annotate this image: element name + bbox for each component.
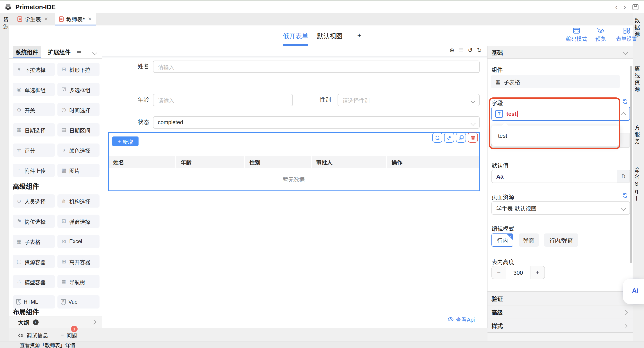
add-row-button[interactable]: + 新增: [112, 137, 138, 146]
palette-item-tree-select[interactable]: ⊟树形下拉: [58, 63, 100, 76]
increment-button[interactable]: +: [530, 266, 544, 279]
palette-item-popup-select[interactable]: ⊡弹窗选择: [58, 215, 100, 228]
palette-item-label: 树形下拉: [69, 66, 90, 73]
page-resource-select[interactable]: 学生表-默认视图: [492, 201, 630, 215]
section-validation[interactable]: 验证: [488, 291, 632, 305]
palette-item-switch[interactable]: ⊙开关: [13, 103, 55, 116]
undo-icon[interactable]: ↺: [468, 47, 472, 54]
tab-lowcode-form[interactable]: 低开表单: [283, 26, 308, 46]
palette-item-radio-group[interactable]: ◉单选框组: [13, 83, 55, 96]
palette-item-vue[interactable]: 5Vue: [58, 295, 100, 308]
subtable-component-selected[interactable]: + 新增 姓名 年龄 性别 审批人 操作 暂无数据: [108, 132, 480, 191]
default-addon[interactable]: D: [617, 170, 630, 183]
strip-item-named-sql[interactable]: 命名Sql: [632, 167, 644, 203]
refresh-icon[interactable]: [622, 193, 628, 198]
palette-item-checkbox-group[interactable]: ☑多选框组: [58, 83, 100, 96]
form-settings-label: 表单设置: [616, 35, 637, 42]
strip-item-offline-resource[interactable]: 离线资源: [632, 66, 644, 93]
link-button[interactable]: [444, 133, 454, 143]
age-input[interactable]: 请输入: [153, 94, 293, 106]
copy-button[interactable]: [456, 133, 466, 143]
component-action-bar: [432, 133, 478, 143]
decrement-button[interactable]: −: [492, 266, 506, 279]
palette-item-label: Excel: [69, 238, 82, 244]
palette-item-image[interactable]: ▨图片: [58, 164, 100, 177]
tab-default-view[interactable]: 默认视图: [317, 26, 342, 46]
inspector-header-basic[interactable]: 基础: [488, 46, 632, 59]
sub-table-icon: ▦: [496, 78, 501, 85]
debug-info-button[interactable]: 调试信息: [18, 331, 48, 339]
status-bar: 查看资源「教师表」详情: [0, 341, 644, 348]
doc-tab-student-table[interactable]: 学生表 ✕: [13, 13, 52, 26]
column-header: 性别: [245, 156, 312, 168]
redo-icon[interactable]: ↻: [477, 47, 482, 54]
palette-item-date-picker[interactable]: ▦日期选择: [13, 123, 55, 137]
ai-assistant-button[interactable]: Ai: [624, 279, 644, 301]
nav-forward-icon[interactable]: ›: [624, 4, 626, 11]
outline-list-icon[interactable]: ≣: [459, 47, 464, 54]
resource-strip-label[interactable]: 资源: [1, 17, 10, 30]
globe-icon[interactable]: ⊕: [450, 47, 454, 54]
column-header: 操作: [387, 156, 479, 168]
palette-item-label: 导航树: [69, 278, 85, 285]
preview-label: 预览: [595, 35, 606, 42]
status-select[interactable]: completed: [153, 116, 480, 129]
palette-item-time-picker[interactable]: ◷时间选择: [58, 103, 100, 116]
subtable-header-row: 姓名 年龄 性别 审批人 操作: [109, 156, 479, 168]
section-style[interactable]: 样式: [488, 318, 632, 333]
strip-divider: [632, 59, 644, 59]
plus-icon: +: [118, 138, 121, 144]
palette-item-html[interactable]: 5HTML: [13, 295, 55, 308]
dropdown-option-test[interactable]: test: [492, 129, 620, 142]
palette-item-sub-table[interactable]: ▦子表格: [13, 235, 55, 248]
palette-item-post-select[interactable]: ⚑岗位选择: [13, 215, 55, 228]
palette-item-resource-container[interactable]: ▢资源容器: [13, 255, 55, 268]
scrollbar-thumb[interactable]: [630, 66, 632, 263]
palette-item-nav-tree[interactable]: ≣导航树: [58, 275, 100, 288]
add-view-button[interactable]: +: [357, 26, 362, 46]
table-height-value[interactable]: 300: [506, 266, 530, 279]
doc-tab-teacher-table[interactable]: 教师表* ✕: [55, 13, 96, 26]
tab-system-components[interactable]: 系统组件: [13, 46, 41, 58]
field-select-input[interactable]: T test: [492, 107, 630, 121]
strip-item-third-party-service[interactable]: 三方服务: [632, 118, 644, 145]
outline-panel-header[interactable]: 大纲 i: [9, 316, 102, 328]
gender-select[interactable]: 请选择性别: [338, 94, 480, 106]
palette-menu-icon[interactable]: ≔: [77, 49, 82, 55]
palette-item-rate[interactable]: ☆评分: [13, 144, 55, 157]
view-api-link[interactable]: 查看Api: [448, 315, 475, 323]
palette-item-highcode-container[interactable]: ⊞高开容器: [58, 255, 100, 268]
palette-item-dropdown-select[interactable]: ▾下拉选择: [13, 63, 55, 76]
section-advanced[interactable]: 高级: [488, 305, 632, 319]
refresh-icon[interactable]: [622, 99, 628, 104]
close-icon[interactable]: ✕: [44, 16, 48, 22]
document-tabs-bar: 学生表 ✕ 教师表* ✕: [9, 13, 632, 26]
default-value-label: 默认值: [492, 161, 508, 169]
add-row-label: 新增: [122, 138, 133, 145]
edit-mode-inline[interactable]: 行内 ✓: [492, 233, 513, 247]
delete-button[interactable]: [468, 133, 478, 143]
chevron-right-icon: [623, 324, 628, 329]
nav-back-icon[interactable]: ‹: [615, 4, 618, 11]
palette-item-label: 日期选择: [24, 126, 46, 134]
name-input[interactable]: 请输入: [153, 61, 480, 73]
palette-item-date-range[interactable]: ▤日期区间: [58, 123, 100, 137]
view-api-label: 查看Api: [456, 315, 475, 323]
excel-icon: ⊠: [61, 238, 67, 244]
tab-extension-components[interactable]: 扩展组件: [45, 46, 73, 58]
chevron-down-icon[interactable]: [92, 50, 97, 55]
default-value-input[interactable]: Aa D: [492, 170, 630, 183]
palette-item-user-select[interactable]: ☺人员选择: [13, 194, 55, 208]
mode-label: 行内/弹窗: [550, 236, 573, 244]
form-settings-button[interactable]: 表单设置: [611, 28, 642, 42]
palette-item-excel[interactable]: ⊠Excel: [58, 235, 100, 248]
palette-item-color-picker[interactable]: ◑颜色选择: [58, 144, 100, 157]
palette-item-org-select[interactable]: ⋔机构选择: [58, 194, 100, 208]
sync-button[interactable]: [432, 133, 442, 143]
edit-mode-popup[interactable]: 弹窗: [518, 233, 539, 247]
save-icon[interactable]: [632, 4, 639, 10]
palette-item-file-upload[interactable]: ↑附件上传: [13, 164, 55, 177]
close-icon[interactable]: ✕: [88, 16, 92, 22]
palette-item-model-container[interactable]: ∴模型容器: [13, 275, 55, 288]
edit-mode-inline-popup[interactable]: 行内/弹窗: [544, 233, 578, 247]
